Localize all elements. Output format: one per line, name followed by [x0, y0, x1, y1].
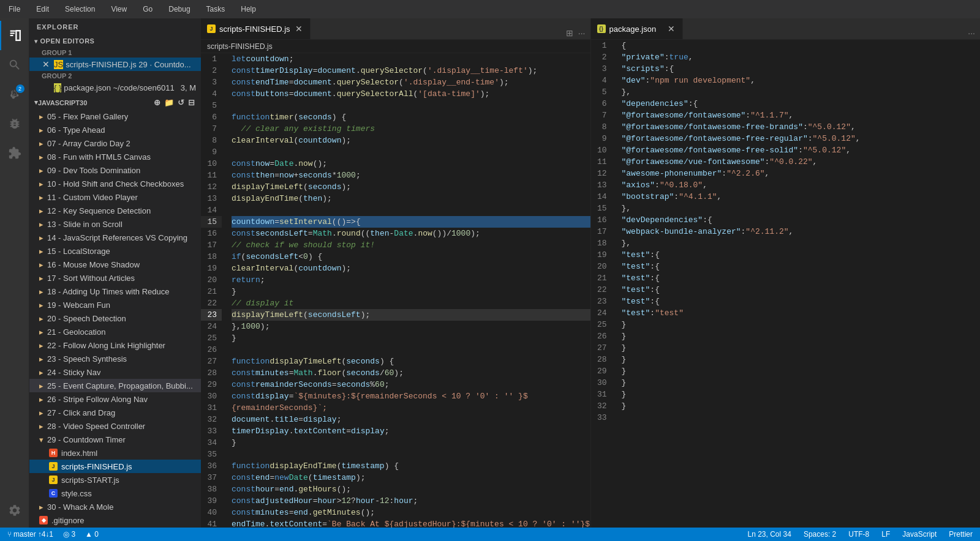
code-line-40: const minutes = end.getMinutes(); [232, 507, 590, 518]
right-more-actions-icon[interactable]: ··· [967, 27, 976, 39]
json-line-20: "test": { [622, 261, 981, 272]
file-badge: 3, M [181, 83, 196, 92]
tree-item-21[interactable]: ▸ 21 - Geolocation [29, 325, 201, 338]
menu-debug[interactable]: Debug [166, 4, 192, 15]
tree-item-24[interactable]: ▸ 24 - Sticky Nav [29, 365, 201, 379]
js-file-icon: JS [54, 60, 63, 69]
tree-item-20[interactable]: ▸ 20 - Speech Detection [29, 312, 201, 325]
tree-item-29[interactable]: ▾ 29 - Countdown Timer [29, 433, 201, 446]
code-line-36: function displayEndTime(timestamp) { [232, 460, 590, 472]
debug-icon[interactable] [0, 109, 29, 138]
menu-bar[interactable]: File Edit Selection View Go Debug Tasks … [6, 4, 258, 15]
search-icon[interactable] [0, 50, 29, 80]
sidebar-header: EXPLORER [29, 18, 201, 35]
tree-item-30[interactable]: ▸ 30 - Whack A Mole [29, 500, 201, 513]
breadcrumb-filename[interactable]: scripts-FINISHED.js [207, 42, 273, 51]
menu-file[interactable]: File [6, 4, 23, 15]
json-line-21: "test": { [622, 272, 981, 284]
tree-item-09[interactable]: ▸ 09 - Dev Tools Domination [29, 163, 201, 177]
group2-label: GROUP 2 [29, 71, 201, 81]
line-ending-item[interactable]: LF [879, 528, 892, 541]
new-file-icon[interactable]: ⊕ [153, 97, 162, 108]
tree-item-11[interactable]: ▸ 11 - Custom Video Player [29, 190, 201, 204]
code-line-35 [232, 449, 590, 460]
tree-item-14[interactable]: ▸ 14 - JavaScript References VS Copying [29, 231, 201, 244]
open-editors-section[interactable]: ▾ OPEN EDITORS [29, 35, 201, 47]
new-folder-icon[interactable]: 📁 [163, 97, 175, 108]
close-editor-icon-2[interactable]: ✕ [42, 83, 50, 92]
prettier-item[interactable]: Prettier [946, 528, 975, 541]
tree-item-gitignore[interactable]: ◆ .gitignore [29, 513, 201, 527]
menu-tasks[interactable]: Tasks [204, 4, 228, 15]
tree-item-07[interactable]: ▸ 07 - Array Cardio Day 2 [29, 136, 201, 150]
language-text: JavaScript [902, 530, 937, 539]
encoding-item[interactable]: UTF-8 [846, 528, 872, 541]
tree-item-26[interactable]: ▸ 26 - Stripe Follow Along Nav [29, 392, 201, 406]
left-code-content[interactable]: let countdown; const timerDisplay = docu… [227, 53, 590, 528]
git-branch-item[interactable]: ⑂ master ↑4↓1 [5, 528, 56, 541]
tree-item-16[interactable]: ▸ 16 - Mouse Move Shadow [29, 258, 201, 271]
menu-go[interactable]: Go [140, 4, 155, 15]
tree-item-27[interactable]: ▸ 27 - Click and Drag [29, 406, 201, 419]
folder-icon-10: ▸ [39, 179, 43, 188]
tree-item-25[interactable]: ▸ 25 - Event Capture, Propagation, Bubbi… [29, 379, 201, 392]
right-editor-panel: {} package.json ✕ ··· 1 2 3 [591, 18, 981, 528]
menu-edit[interactable]: Edit [34, 4, 51, 15]
line-col-item[interactable]: Ln 23, Col 34 [745, 528, 794, 541]
warnings-item[interactable]: ▲ 0 [83, 528, 101, 541]
tree-item-08[interactable]: ▸ 08 - Fun with HTML5 Canvas [29, 150, 201, 163]
tree-item-22[interactable]: ▸ 22 - Follow Along Link Highlighter [29, 338, 201, 352]
json-line-5: }, [622, 86, 981, 98]
tree-item-15[interactable]: ▸ 15 - LocalStorage [29, 244, 201, 258]
tree-item-index-html[interactable]: H index.html [29, 446, 201, 460]
source-control-icon[interactable]: 2 [0, 80, 29, 109]
code-line-16: const secondsLeft = Math.round((then - D… [232, 228, 590, 239]
code-line-4: const buttons = document.querySelectorAl… [232, 88, 590, 100]
tree-item-18[interactable]: ▸ 18 - Adding Up Times with Reduce [29, 285, 201, 298]
settings-icon[interactable] [0, 496, 29, 525]
collapse-icon[interactable]: ⊟ [187, 97, 196, 108]
tree-item-06[interactable]: ▸ 06 - Type Ahead [29, 123, 201, 136]
tab-close-left[interactable]: ✕ [294, 24, 304, 34]
right-code-editor[interactable]: 1 2 3 4 5 6 7 8 9 10 11 12 13 [591, 40, 981, 528]
folder-icon-22: ▸ [39, 341, 43, 350]
menu-help[interactable]: Help [238, 4, 258, 15]
open-editors-arrow: ▾ [34, 38, 38, 45]
language-item[interactable]: JavaScript [900, 528, 939, 541]
json-line-11: "@fortawesome/vue-fontawesome": "^0.0.22… [622, 156, 981, 168]
tab-scripts-finished-name: scripts-FINISHED.js [219, 24, 290, 34]
tree-item-12[interactable]: ▸ 12 - Key Sequence Detection [29, 204, 201, 217]
menu-view[interactable]: View [108, 4, 129, 15]
explorer-icon[interactable] [0, 21, 29, 50]
tree-item-17[interactable]: ▸ 17 - Sort Without Articles [29, 271, 201, 285]
refresh-icon[interactable]: ↺ [176, 97, 186, 108]
more-actions-icon[interactable]: ··· [577, 27, 587, 39]
tree-item-28[interactable]: ▸ 28 - Video Speed Controller [29, 419, 201, 433]
close-editor-icon[interactable]: ✕ [42, 59, 50, 69]
tab-close-right[interactable]: ✕ [666, 24, 676, 34]
right-code-content[interactable]: { "private": true, "scripts": { "dev": "… [617, 40, 981, 528]
tree-item-05[interactable]: ▸ 05 - Flex Panel Gallery [29, 110, 201, 123]
tab-package-json[interactable]: {} package.json ✕ [591, 18, 683, 39]
tree-item-13[interactable]: ▸ 13 - Slide in on Scroll [29, 217, 201, 231]
tab-scripts-finished[interactable]: J scripts-FINISHED.js ✕ [201, 18, 311, 39]
editor-item-scripts-finished[interactable]: ✕ JS scripts-FINISHED.js 29 · Countdo... [29, 58, 201, 71]
tab-package-json-name: package.json [609, 24, 663, 34]
tree-item-10[interactable]: ▸ 10 - Hold Shift and Check Checkboxes [29, 177, 201, 190]
menu-selection[interactable]: Selection [62, 4, 97, 15]
json-line-28: } [622, 354, 981, 365]
js30-section-header[interactable]: ▾ JAVASCRIPT30 ⊕ 📁 ↺ ⊟ [29, 95, 201, 110]
spaces-item[interactable]: Spaces: 2 [801, 528, 839, 541]
tree-item-19[interactable]: ▸ 19 - Webcam Fun [29, 298, 201, 312]
extensions-icon[interactable] [0, 138, 29, 168]
editor-filename: scripts-FINISHED.js 29 · Countdo... [66, 60, 196, 69]
tree-item-23[interactable]: ▸ 23 - Speech Synthesis [29, 352, 201, 365]
editor-item-package-json[interactable]: ✕ { } package.json ~/code/soen6011 3, M [29, 81, 201, 94]
tree-item-style-css[interactable]: C style.css [29, 487, 201, 500]
split-editor-icon[interactable]: ⊞ [565, 27, 575, 39]
tree-item-scripts-start[interactable]: J scripts-START.js [29, 473, 201, 487]
errors-item[interactable]: ◎ 3 [61, 528, 78, 541]
left-code-editor[interactable]: 1 2 3 4 5 6 7 8 9 10 11 12 13 [201, 53, 590, 528]
code-line-28: const minutes = Math.floor(seconds / 60)… [232, 367, 590, 379]
tree-item-scripts-finished[interactable]: J scripts-FINISHED.js [29, 460, 201, 473]
